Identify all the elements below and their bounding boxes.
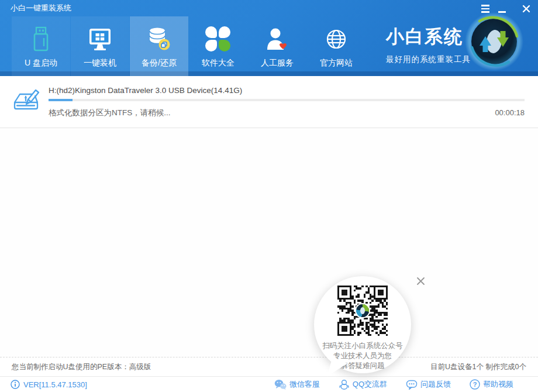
progress-bar (49, 99, 525, 101)
wechat-support-link[interactable]: 微信客服 (274, 379, 320, 390)
progress-section: H:(hd2)Kingston DataTraveler 3.0 USB Dev… (0, 76, 538, 128)
qr-popup: 扫码关注小白系统公众号 专业技术人员为您 解答疑难问题 (314, 276, 411, 373)
qr-popup-close-icon[interactable] (413, 274, 427, 288)
header: 小白一键重装系统 (0, 0, 538, 76)
clover-apps-icon (205, 23, 231, 56)
globe-icon (323, 23, 349, 56)
task-status-message: 格式化数据分区为NTFS，请稍候... (49, 108, 171, 118)
wechat-icon (274, 379, 287, 390)
nav-label: 人工服务 (261, 58, 294, 68)
svg-text:?: ? (473, 381, 477, 388)
database-backup-icon (146, 23, 173, 56)
qq-icon (339, 379, 350, 390)
feedback-bubble-icon (406, 379, 418, 390)
brand-logo-icon (464, 12, 524, 71)
feedback-link[interactable]: 问题反馈 (406, 379, 451, 390)
brand-block: 小白系统 最好用的系统重装工具 (386, 25, 471, 65)
help-circle-icon: ? (470, 379, 480, 390)
progress-fill (49, 99, 73, 101)
nav-label: U 盘启动 (25, 58, 57, 68)
footer-link-label: 问题反馈 (420, 379, 451, 390)
nav-label: 官方网站 (320, 58, 353, 68)
titlebar: 小白一键重装系统 (0, 0, 538, 16)
main-nav: U 盘启动 (12, 16, 366, 76)
footer-link-label: 帮助视频 (483, 379, 513, 390)
pe-version-status: 您当前制作启动U盘使用的PE版本：高级版 (12, 362, 151, 372)
person-heart-icon (264, 23, 290, 56)
drive-write-icon (12, 84, 41, 116)
brand-name: 小白系统 (386, 25, 471, 49)
device-title: H:(hd2)Kingston DataTraveler 3.0 USB Dev… (49, 86, 242, 95)
elapsed-time: 00:00:18 (495, 108, 525, 117)
app-title: 小白一键重装系统 (11, 3, 71, 13)
usb-icon (28, 23, 54, 56)
nav-item-usb-boot[interactable]: U 盘启动 (12, 16, 70, 76)
nav-item-software[interactable]: 软件大全 (189, 16, 247, 76)
nav-label: 软件大全 (202, 58, 234, 68)
footer: VER[11.5.47.1530] 微信客服 (0, 376, 538, 392)
nav-item-backup-restore[interactable]: 备份/还原 (130, 16, 188, 76)
monitor-icon (87, 23, 113, 56)
qq-group-link[interactable]: QQ交流群 (339, 379, 387, 390)
help-video-link[interactable]: ? 帮助视频 (470, 379, 513, 390)
nav-label: 一键装机 (84, 58, 116, 68)
footer-link-label: QQ交流群 (353, 379, 387, 390)
nav-item-one-click-install[interactable]: 一键装机 (71, 16, 129, 76)
footer-links: 微信客服 QQ交流群 问题反馈 (274, 379, 513, 390)
status-bar: 您当前制作启动U盘使用的PE版本：高级版 目前U盘设备1个 制作完成0个 (0, 357, 538, 376)
info-icon (11, 380, 20, 389)
usb-device-status: 目前U盘设备1个 制作完成0个 (430, 362, 526, 372)
brand-tagline: 最好用的系统重装工具 (386, 54, 471, 65)
nav-item-support[interactable]: 人工服务 (248, 16, 306, 76)
nav-label: 备份/还原 (142, 58, 177, 68)
version-label: VER[11.5.47.1530] (23, 380, 87, 389)
content-area (0, 128, 538, 357)
qr-line-1: 扫码关注小白系统公众号 (322, 341, 403, 351)
app-window: 小白一键重装系统 (0, 0, 538, 392)
nav-item-website[interactable]: 官方网站 (307, 16, 365, 76)
version-group: VER[11.5.47.1530] (11, 380, 87, 389)
footer-link-label: 微信客服 (289, 379, 320, 390)
qr-center-logo-icon (356, 304, 369, 317)
